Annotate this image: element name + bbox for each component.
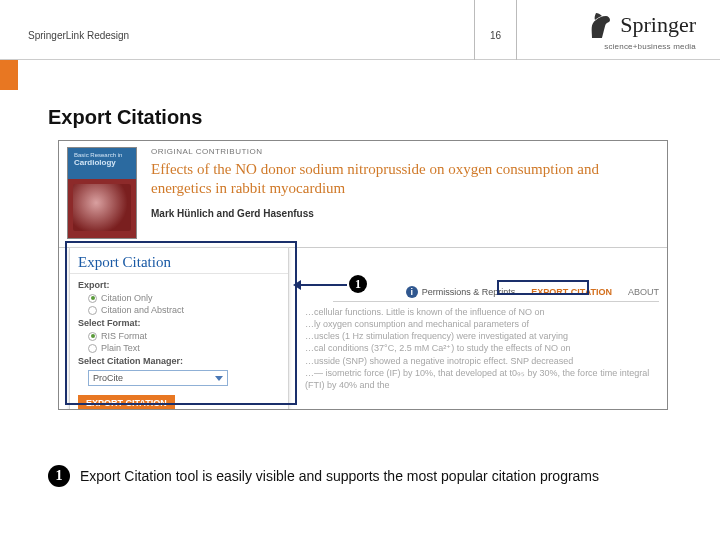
header-divider — [474, 0, 475, 60]
screenshot-frame: Basic Research in Cardiology ORIGINAL CO… — [58, 140, 668, 410]
opt-citation-abstract[interactable]: Citation and Abstract — [70, 304, 288, 316]
brand-tagline: science+business media — [588, 42, 696, 51]
article-action-tabs: i Permissions & Reprints EXPORT CITATION… — [333, 286, 659, 302]
select-value: ProCite — [93, 373, 123, 383]
radio-icon — [88, 332, 97, 341]
tab-about[interactable]: ABOUT — [628, 287, 659, 297]
article-kicker: ORIGINAL CONTRIBUTION — [151, 147, 659, 156]
callout-highlight-tab — [497, 280, 589, 295]
abstract-text-preview: …cellular functions. Little is known of … — [305, 306, 657, 391]
article-authors: Mark Hünlich and Gerd Hasenfuss — [151, 208, 659, 219]
slide-caption: 1 Export Citation tool is easily visible… — [48, 465, 680, 487]
radio-icon — [88, 344, 97, 353]
springer-horse-icon — [588, 10, 614, 40]
info-icon: i — [406, 286, 418, 298]
deck-title: SpringerLink Redesign — [28, 30, 129, 41]
caption-number-1: 1 — [48, 465, 70, 487]
brand-block: Springer science+business media — [588, 10, 696, 51]
page-title: Export Citations — [48, 106, 202, 129]
opt-plain[interactable]: Plain Text — [70, 342, 288, 354]
article-title[interactable]: Effects of the NO donor sodium nitroprus… — [151, 160, 659, 198]
group-format-label: Select Format: — [70, 316, 288, 330]
opt-ris[interactable]: RIS Format — [70, 330, 288, 342]
article-header: Basic Research in Cardiology ORIGINAL CO… — [59, 141, 667, 245]
header-divider — [516, 0, 517, 60]
radio-icon — [88, 306, 97, 315]
journal-cover-thumbnail: Basic Research in Cardiology — [67, 147, 137, 239]
opt-label: RIS Format — [101, 331, 147, 341]
thumb-line2: Cardiology — [74, 158, 116, 167]
opt-label: Citation Only — [101, 293, 153, 303]
accent-block — [0, 60, 18, 90]
export-citation-panel: Export Citation Export: Citation Only Ci… — [69, 247, 289, 410]
group-export-label: Export: — [70, 278, 288, 292]
panel-title: Export Citation — [70, 248, 288, 274]
citation-manager-select[interactable]: ProCite — [88, 370, 228, 386]
chevron-down-icon — [215, 376, 223, 381]
slide-number: 16 — [490, 30, 501, 41]
brand-name: Springer — [620, 12, 696, 38]
caption-text: Export Citation tool is easily visible a… — [80, 468, 599, 484]
export-citation-button[interactable]: EXPORT CITATION — [78, 395, 175, 410]
opt-label: Plain Text — [101, 343, 140, 353]
opt-label: Citation and Abstract — [101, 305, 184, 315]
slide-header: SpringerLink Redesign 16 Springer scienc… — [0, 0, 720, 60]
group-manager-label: Select Citation Manager: — [70, 354, 288, 368]
radio-icon — [88, 294, 97, 303]
opt-citation-only[interactable]: Citation Only — [70, 292, 288, 304]
